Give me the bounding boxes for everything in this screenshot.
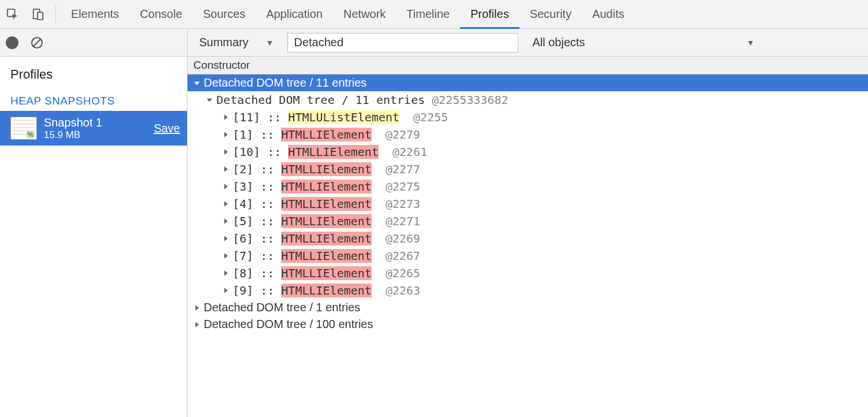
object-id: @2261 — [379, 145, 427, 159]
entry-index: [10] — [233, 145, 260, 159]
object-id: @2277 — [372, 162, 420, 176]
entry-type: HTMLLIElement — [281, 180, 372, 193]
clear-icon[interactable] — [30, 36, 44, 50]
object-scope-label: All objects — [532, 36, 585, 49]
inspect-element-icon[interactable] — [0, 0, 25, 29]
disclosure-closed-icon[interactable] — [221, 200, 230, 207]
disclosure-closed-icon[interactable] — [221, 166, 230, 173]
entry-type: HTMLLIElement — [281, 128, 372, 142]
disclosure-closed-icon[interactable] — [221, 114, 230, 121]
entry-type: HTMLLIElement — [281, 214, 372, 228]
disclosure-closed-icon[interactable] — [221, 148, 230, 155]
tree-row[interactable]: [9] :: HTMLLIElement @2263 — [188, 282, 868, 299]
entry-sep: :: — [253, 128, 281, 142]
entry-index: [6] — [233, 232, 253, 245]
record-icon[interactable] — [6, 36, 18, 49]
tab-timeline[interactable]: Timeline — [396, 0, 460, 28]
tree-row[interactable]: [10] :: HTMLLIElement @2261 — [188, 143, 868, 161]
disclosure-closed-icon[interactable] — [221, 131, 230, 138]
tab-console[interactable]: Console — [129, 0, 192, 28]
tree-row[interactable]: [5] :: HTMLLIElement @2271 — [188, 213, 868, 230]
disclosure-closed-icon[interactable] — [192, 321, 201, 328]
entry-index: [2] — [233, 162, 253, 176]
devtools-root: ElementsConsoleSourcesApplicationNetwork… — [0, 0, 868, 417]
tree-row[interactable]: [1] :: HTMLLIElement @2279 — [188, 126, 868, 143]
entry-index: [11] — [233, 110, 260, 124]
tree-label: Detached DOM tree / 11 entries — [204, 76, 366, 90]
object-id: @2275 — [372, 180, 420, 193]
entry-type: HTMLUListElement — [288, 110, 399, 124]
tab-network[interactable]: Network — [333, 0, 396, 28]
chevron-down-icon: ▼ — [747, 38, 755, 47]
chevron-down-icon: ▼ — [266, 38, 274, 47]
object-id: @2279 — [372, 128, 420, 142]
object-id: @2269 — [372, 232, 420, 245]
tree-row[interactable]: Detached DOM tree / 100 entries — [188, 316, 868, 333]
entry-type: HTMLLIElement — [281, 162, 372, 176]
object-id: @2255 — [399, 110, 448, 124]
tree-row[interactable]: Detached DOM tree / 1 entries — [188, 299, 868, 316]
entry-sep: :: — [260, 110, 288, 124]
entry-sep: :: — [253, 284, 281, 297]
entry-sep: :: — [260, 145, 288, 159]
device-toolbar-icon[interactable] — [25, 0, 51, 29]
panel-tabs: ElementsConsoleSourcesApplicationNetwork… — [61, 0, 635, 28]
disclosure-open-icon[interactable] — [205, 96, 214, 103]
entry-type: HTMLLIElement — [281, 284, 372, 297]
entry-type: HTMLLIElement — [288, 145, 379, 159]
entry-sep: :: — [253, 232, 281, 245]
tree-row[interactable]: [3] :: HTMLLIElement @2275 — [188, 178, 868, 195]
disclosure-closed-icon[interactable] — [221, 270, 230, 277]
entry-index: [9] — [233, 284, 253, 297]
view-mode-dropdown[interactable]: Summary ▼ — [196, 33, 277, 51]
disclosure-open-icon[interactable] — [192, 80, 201, 87]
tree-row[interactable]: Detached DOM tree / 11 entries @22553336… — [188, 91, 868, 109]
tree-row[interactable]: [2] :: HTMLLIElement @2277 — [188, 161, 868, 178]
disclosure-closed-icon[interactable] — [221, 218, 230, 225]
disclosure-closed-icon[interactable] — [221, 252, 230, 259]
entry-index: [5] — [233, 214, 253, 228]
svg-rect-2 — [38, 12, 43, 20]
entry-sep: :: — [253, 197, 281, 211]
object-scope-dropdown[interactable]: All objects ▼ — [529, 33, 758, 51]
tab-sources[interactable]: Sources — [193, 0, 256, 28]
tree-row-selected[interactable]: Detached DOM tree / 11 entries — [188, 75, 868, 91]
disclosure-closed-icon[interactable] — [192, 304, 201, 311]
disclosure-closed-icon[interactable] — [221, 287, 230, 294]
class-filter-input[interactable] — [287, 33, 518, 53]
object-id: @2273 — [372, 197, 420, 211]
devtools-topbar: ElementsConsoleSourcesApplicationNetwork… — [0, 0, 868, 29]
disclosure-closed-icon[interactable] — [221, 235, 230, 242]
snapshot-size: 15.9 MB — [44, 129, 102, 141]
entry-type: HTMLLIElement — [281, 197, 372, 211]
toolbar-divider — [55, 6, 56, 23]
tab-audits[interactable]: Audits — [582, 0, 635, 28]
snapshot-thumb-icon — [10, 117, 37, 140]
snapshot-save-link[interactable]: Save — [154, 122, 180, 135]
entry-index: [1] — [233, 128, 253, 142]
tree-row[interactable]: [8] :: HTMLLIElement @2265 — [188, 265, 868, 282]
tab-security[interactable]: Security — [519, 0, 582, 28]
view-mode-label: Summary — [199, 36, 249, 49]
tab-elements[interactable]: Elements — [61, 0, 129, 28]
tree-row[interactable]: [4] :: HTMLLIElement @2273 — [188, 195, 868, 213]
disclosure-closed-icon[interactable] — [221, 183, 230, 190]
object-id: @2255333682 — [432, 93, 508, 107]
entry-index: [4] — [233, 197, 253, 211]
entry-sep: :: — [253, 249, 281, 263]
sidebar-title: Profiles — [0, 57, 187, 87]
tab-profiles[interactable]: Profiles — [460, 0, 519, 28]
entry-index: [8] — [233, 266, 253, 280]
entry-type: HTMLLIElement — [281, 249, 372, 263]
tree-row[interactable]: [6] :: HTMLLIElement @2269 — [188, 230, 868, 247]
object-id: @2271 — [372, 214, 420, 228]
entry-index: [7] — [233, 249, 253, 263]
snapshot-row[interactable]: Snapshot 1 15.9 MB Save — [0, 111, 187, 146]
snapshot-info: Snapshot 1 15.9 MB — [44, 116, 102, 141]
entry-sep: :: — [253, 266, 281, 280]
tree-row[interactable]: [11] :: HTMLUListElement @2255 — [188, 109, 868, 126]
tree-row[interactable]: [7] :: HTMLLIElement @2267 — [188, 247, 868, 265]
tab-application[interactable]: Application — [256, 0, 333, 28]
column-header-constructor[interactable]: Constructor — [188, 57, 868, 75]
entry-sep: :: — [253, 180, 281, 193]
